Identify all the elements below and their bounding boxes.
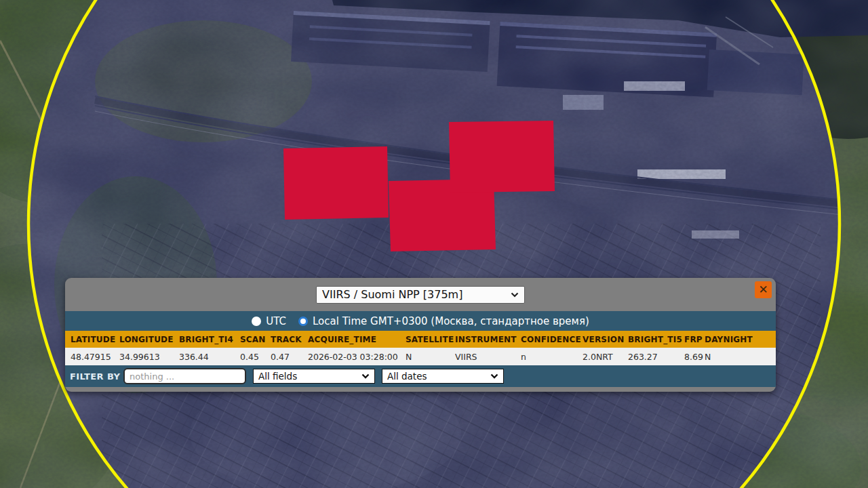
radio-local-time-icon[interactable]: [298, 317, 308, 326]
column-header-confidence: CONFIDENCE: [521, 335, 583, 344]
cell-satellite: N: [406, 352, 455, 362]
column-header-instrument: INSTRUMENT: [455, 335, 521, 344]
fire-detection-footprint-1[interactable]: [283, 146, 389, 220]
fire-detection-popup: VIIRS / Suomi NPP [375m] ✕ UTC Local Tim…: [65, 278, 776, 392]
filter-bar: FILTER BY All fields All dates: [65, 365, 776, 387]
radio-utc-icon[interactable]: [252, 317, 261, 326]
cell-longitude: 34.99613: [119, 352, 179, 362]
cell-latitude: 48.47915: [71, 352, 119, 362]
cell-version: 2.0NRT: [583, 352, 628, 362]
column-header-bright_ti5: BRIGHT_TI5: [628, 335, 684, 344]
layer-select[interactable]: VIIRS / Suomi NPP [375m]: [316, 286, 525, 304]
radio-option-local-time[interactable]: Local Time GMT+0300 (Москва, стандартное…: [298, 315, 589, 327]
column-header-satellite: SATELLITE: [406, 335, 455, 344]
chevron-down-icon: [511, 292, 519, 298]
cell-confidence: n: [521, 352, 583, 362]
cell-bright_ti5: 263.27: [628, 352, 684, 362]
layer-select-value: VIIRS / Suomi NPP [375m]: [322, 288, 462, 301]
satellite-map[interactable]: [0, 0, 868, 488]
chevron-down-icon: [361, 373, 370, 379]
filter-dates-select[interactable]: All dates: [382, 369, 504, 384]
column-header-version: VERSION: [583, 335, 628, 344]
firms-map-viewer: VIIRS / Suomi NPP [375m] ✕ UTC Local Tim…: [0, 0, 868, 488]
cell-track: 0.47: [271, 352, 308, 362]
fire-detection-footprint-3[interactable]: [449, 121, 555, 192]
column-header-scan: SCAN: [240, 335, 271, 344]
cell-bright_ti4: 336.44: [179, 352, 240, 362]
close-icon: ✕: [758, 284, 768, 296]
filter-by-label: FILTER BY: [70, 371, 123, 382]
cell-daynight: N: [705, 352, 776, 362]
cell-frp: 8.69: [684, 352, 705, 362]
cell-scan: 0.45: [240, 352, 271, 362]
close-button[interactable]: ✕: [755, 281, 772, 298]
column-header-track: TRACK: [271, 335, 308, 344]
column-header-daynight: DAYNIGHT: [705, 335, 776, 344]
filter-fields-value: All fields: [258, 371, 297, 382]
radio-option-utc[interactable]: UTC: [252, 315, 286, 327]
column-header-bright_ti4: BRIGHT_TI4: [179, 335, 240, 344]
column-header-longitude: LONGITUDE: [119, 335, 179, 344]
radio-utc-label: UTC: [266, 315, 286, 327]
chevron-down-icon: [490, 373, 498, 379]
popup-header: VIIRS / Suomi NPP [375m] ✕: [65, 278, 776, 311]
table-row: 48.4791534.99613336.440.450.472026-02-03…: [65, 348, 776, 365]
column-header-frp: FRP: [684, 335, 705, 344]
cell-instrument: VIIRS: [455, 352, 521, 362]
column-header-acquire_time: ACQUIRE_TIME: [308, 335, 406, 344]
filter-fields-select[interactable]: All fields: [253, 369, 375, 384]
table-header-row: LATITUDELONGITUDEBRIGHT_TI4SCANTRACKACQU…: [65, 331, 776, 348]
time-toggle-bar: UTC Local Time GMT+0300 (Москва, стандар…: [65, 311, 776, 331]
filter-text-input[interactable]: [123, 368, 246, 384]
column-header-latitude: LATITUDE: [71, 335, 119, 344]
cell-acquire_time: 2026-02-03 03:28:00: [308, 352, 406, 362]
radio-local-time-label: Local Time GMT+0300 (Москва, стандартное…: [313, 315, 589, 327]
filter-dates-value: All dates: [387, 371, 427, 382]
